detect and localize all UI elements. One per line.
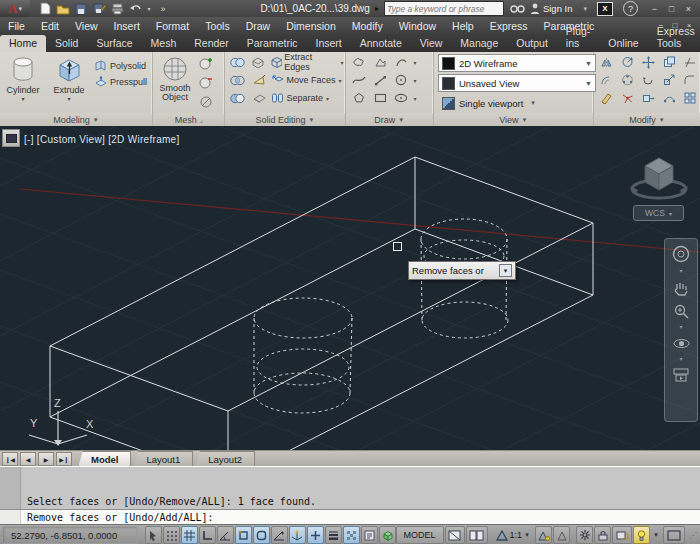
smooth-object-button[interactable]: Smooth Object xyxy=(153,53,197,102)
separate-button[interactable]: Separate▾ xyxy=(270,92,330,104)
tab-layout1[interactable]: Layout1 xyxy=(133,451,193,468)
first-tab-button[interactable]: ❙◀ xyxy=(2,452,18,466)
object-snap-tracking-toggle[interactable] xyxy=(271,526,288,544)
named-view-dropdown[interactable]: Unsaved View ▼ xyxy=(438,74,596,92)
model-space-button[interactable]: MODEL xyxy=(396,526,444,544)
lineweight-toggle[interactable] xyxy=(325,526,342,544)
extract-edges-button[interactable]: Extract Edges▾ xyxy=(269,52,345,72)
full-navigation-wheel-button[interactable] xyxy=(672,245,690,263)
quick-properties-toggle[interactable] xyxy=(361,526,378,544)
visual-style-dropdown[interactable]: 2D Wireframe ▼ xyxy=(438,54,596,72)
grid-display-toggle[interactable] xyxy=(181,526,198,544)
tab-annotate[interactable]: Annotate xyxy=(351,35,411,52)
object-snap-toggle[interactable] xyxy=(235,526,252,544)
dynamic-input-toggle[interactable] xyxy=(307,526,324,544)
new-file-button[interactable] xyxy=(38,2,52,15)
last-tab-button[interactable]: ▶❙ xyxy=(56,452,72,466)
pan-button[interactable] xyxy=(673,280,689,296)
stretch-button[interactable] xyxy=(639,89,658,107)
annotation-visibility-button[interactable] xyxy=(535,526,552,544)
ellipse-button[interactable] xyxy=(392,89,411,107)
command-history[interactable]: Select faces or [Undo/Remove/ALL]: 1 fac… xyxy=(0,466,700,510)
viewport-config-dropdown[interactable]: Single viewport ▾ xyxy=(438,94,596,112)
tab-layout2[interactable]: Layout2 xyxy=(195,451,255,468)
autoscale-annotations-button[interactable] xyxy=(553,526,570,544)
exchange-apps-icon[interactable]: X xyxy=(597,2,613,16)
dialog-launcher-icon[interactable]: ⌟ xyxy=(200,116,203,123)
hardware-acceleration-button[interactable] xyxy=(612,526,632,544)
tab-online[interactable]: Online xyxy=(599,35,647,52)
menu-edit[interactable]: Edit xyxy=(33,20,67,32)
transparency-toggle[interactable] xyxy=(343,526,360,544)
viewport-corner-button[interactable] xyxy=(2,129,20,147)
viewport-controls-label[interactable]: [-] [Custom View] [2D Wireframe] xyxy=(24,134,180,145)
tab-mesh[interactable]: Mesh xyxy=(142,35,186,52)
tooltip-options-icon[interactable]: ▾ xyxy=(499,264,512,277)
menu-draw[interactable]: Draw xyxy=(238,20,279,32)
union-button[interactable] xyxy=(228,53,246,71)
open-file-button[interactable] xyxy=(56,2,70,15)
menu-format[interactable]: Format xyxy=(148,20,197,32)
undo-dropdown-icon[interactable]: ▾ xyxy=(146,2,152,15)
menu-help[interactable]: Help xyxy=(444,20,482,32)
scale-button[interactable] xyxy=(660,71,679,89)
tab-express-tools[interactable]: Express Tools xyxy=(648,23,700,52)
move-button[interactable] xyxy=(639,53,658,71)
line-button[interactable] xyxy=(371,71,390,89)
explode-button[interactable] xyxy=(618,89,637,107)
command-history-gutter[interactable] xyxy=(0,467,21,510)
menu-tools[interactable]: Tools xyxy=(197,20,238,32)
chevron-down-icon[interactable]: ▾ xyxy=(679,326,682,329)
circle-button[interactable] xyxy=(392,71,411,89)
help-button[interactable]: ? xyxy=(623,1,638,16)
minimize-button[interactable]: − xyxy=(646,2,663,15)
coordinates-readout[interactable]: 52.2790, -6.8501, 0.0000 xyxy=(2,526,138,544)
panel-label-draw[interactable]: Draw▼ xyxy=(346,113,433,126)
object-snap-3d-toggle[interactable] xyxy=(253,526,270,544)
tab-output[interactable]: Output xyxy=(507,35,557,52)
revision-cloud-button[interactable] xyxy=(350,53,369,71)
menu-dimension[interactable]: Dimension xyxy=(278,20,344,32)
panel-label-modeling[interactable]: Modeling▼ xyxy=(0,113,152,126)
zoom-button[interactable] xyxy=(673,303,689,319)
menu-window[interactable]: Window xyxy=(391,20,444,32)
menu-express[interactable]: Express xyxy=(482,20,536,32)
move-faces-button[interactable]: Move Faces▾ xyxy=(270,74,342,86)
maximize-button[interactable]: □ xyxy=(663,2,680,15)
menu-view[interactable]: View xyxy=(67,20,106,32)
arc-button[interactable] xyxy=(392,53,411,71)
smooth-more-button[interactable] xyxy=(197,55,216,73)
array-polar-button[interactable] xyxy=(618,71,637,89)
next-tab-button[interactable]: ▶ xyxy=(38,452,54,466)
dynamic-ucs-toggle[interactable] xyxy=(289,526,306,544)
erase-button[interactable] xyxy=(597,89,616,107)
panel-label-mesh[interactable]: Mesh⌟ xyxy=(153,113,224,126)
panel-label-solid-editing[interactable]: Solid Editing▼ xyxy=(225,113,344,126)
search-binoculars-icon[interactable] xyxy=(510,3,525,14)
workspace-switching-button[interactable] xyxy=(576,526,593,544)
annotation-scale-control[interactable]: 1:1 ▼ xyxy=(496,530,530,541)
unsmooth-button[interactable] xyxy=(197,93,216,111)
presspull-button[interactable]: Presspull xyxy=(92,74,149,89)
status-menu-chevron-icon[interactable]: ▼ xyxy=(653,532,659,538)
solid-history-button[interactable] xyxy=(249,53,267,71)
close-button[interactable]: × xyxy=(680,2,697,15)
tab-parametric[interactable]: Parametric xyxy=(238,35,307,52)
quick-view-drawings-button[interactable] xyxy=(466,526,488,544)
spline-button[interactable] xyxy=(350,71,369,89)
ortho-mode-toggle[interactable] xyxy=(199,526,216,544)
menu-file[interactable]: File xyxy=(0,20,33,32)
chevron-down-icon[interactable]: ▾ xyxy=(583,5,587,13)
intersect-button[interactable] xyxy=(228,71,247,89)
title-expand-icon[interactable]: ▸ xyxy=(375,4,379,13)
isolate-objects-button[interactable] xyxy=(633,526,650,544)
save-as-button[interactable] xyxy=(92,2,106,15)
tab-view[interactable]: View xyxy=(411,35,452,52)
tab-render[interactable]: Render xyxy=(185,35,237,52)
menu-modify[interactable]: Modify xyxy=(344,20,391,32)
tab-model[interactable]: Model xyxy=(78,451,131,468)
quick-view-layouts-button[interactable] xyxy=(445,526,465,544)
tab-home[interactable]: Home xyxy=(0,35,46,52)
subtract-button[interactable] xyxy=(228,89,247,107)
tab-surface[interactable]: Surface xyxy=(87,35,141,52)
